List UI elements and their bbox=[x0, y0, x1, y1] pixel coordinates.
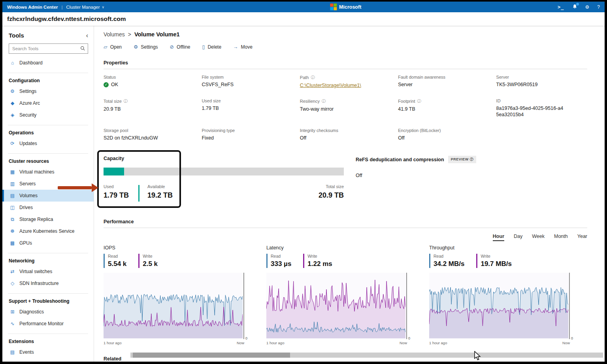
axis-end-label: Now bbox=[237, 341, 244, 345]
sidebar-item-label: Virtual switches bbox=[19, 269, 52, 274]
offline-icon: ⊘ bbox=[170, 44, 174, 50]
performance-divider bbox=[104, 228, 587, 228]
sidebar-heading-networking: Networking bbox=[2, 253, 94, 266]
chart-plot: 0 bbox=[266, 273, 407, 339]
sidebar-item-label: Diagnostics bbox=[19, 309, 44, 315]
remote-support-icon: ◎ bbox=[9, 361, 15, 362]
sdn-infrastructure-icon: ◇ bbox=[9, 281, 15, 286]
scrollbar-thumb[interactable] bbox=[133, 353, 290, 358]
legend-value: 1.22 ms bbox=[307, 260, 332, 268]
sidebar-item-security[interactable]: ◈Security bbox=[2, 109, 94, 121]
legend-label: Read bbox=[108, 254, 126, 258]
breadcrumb-volumes-link[interactable]: Volumes bbox=[104, 31, 125, 38]
property-label-text: Server bbox=[496, 75, 509, 79]
move-button[interactable]: →Move bbox=[233, 44, 253, 50]
sidebar-item-label: Updates bbox=[19, 141, 37, 146]
settings-button[interactable]: ⚙Settings bbox=[134, 44, 158, 50]
sidebar-item-dashboard[interactable]: ⌂Dashboard bbox=[2, 57, 94, 69]
chart-legend: Read34.2 MB/sWrite19.7 MB/s bbox=[429, 254, 570, 268]
capacity-bar-used-fill bbox=[104, 168, 124, 175]
property-encryption-bitlocker: Encryption (BitLocker)Off bbox=[398, 128, 489, 141]
legend-value: 333 µs bbox=[271, 260, 291, 268]
legend-read: Read34.2 MB/s bbox=[429, 254, 464, 268]
path-link[interactable]: C:\ClusterStorage\Volume1\ bbox=[300, 83, 391, 88]
capacity-used-label: Used bbox=[104, 184, 129, 189]
sidebar-item-azure-kubernetes-service[interactable]: ☸Azure Kubernetes Service bbox=[2, 225, 94, 237]
sidebar-item-events[interactable]: ▤Events bbox=[2, 346, 94, 358]
chart-title: Latency bbox=[266, 245, 407, 251]
sidebar-item-gpus[interactable]: ▩GPUs bbox=[2, 237, 94, 249]
info-icon[interactable]: ⓘ bbox=[311, 75, 315, 80]
sidebar-item-storage-replica[interactable]: ⧉Storage Replica bbox=[2, 213, 94, 225]
property-label: Encryption (BitLocker) bbox=[398, 128, 489, 133]
search-icon bbox=[80, 46, 85, 51]
horizontal-scrollbar[interactable] bbox=[130, 353, 603, 358]
sidebar-item-settings[interactable]: ⚙Settings bbox=[2, 85, 94, 97]
delete-button[interactable]: ▯Delete bbox=[202, 44, 222, 50]
sidebar-item-servers[interactable]: ▥Servers bbox=[2, 178, 94, 190]
sidebar-item-virtual-switches[interactable]: ⇄Virtual switches bbox=[2, 266, 94, 277]
app-title: Windows Admin Center bbox=[7, 5, 58, 9]
info-icon[interactable]: ⓘ bbox=[124, 98, 128, 104]
property-footprint: Footprintⓘ41.9 TB bbox=[398, 98, 489, 118]
info-icon[interactable]: ⓘ bbox=[417, 98, 421, 104]
legend-label: Read bbox=[271, 254, 291, 258]
preview-badge[interactable]: PREVIEW ⓘ bbox=[448, 156, 477, 163]
notification-badge bbox=[576, 3, 579, 6]
sidebar-item-updates[interactable]: ⟳Updates bbox=[2, 138, 94, 149]
chart-plot: 0 bbox=[104, 273, 244, 339]
open-button[interactable]: ▱Open bbox=[104, 44, 122, 50]
sidebar-item-performance-monitor[interactable]: ∿Performance Monitor bbox=[2, 318, 94, 330]
help-icon[interactable]: ? bbox=[597, 4, 600, 10]
capacity-title: Capacity bbox=[104, 156, 344, 161]
sidebar-item-virtual-machines[interactable]: ▦Virtual machines bbox=[2, 166, 94, 178]
sidebar-item-sdn-infrastructure[interactable]: ◇SDN Infrastructure bbox=[2, 277, 94, 289]
settings-gear-icon[interactable]: ⚙ bbox=[585, 4, 590, 10]
servers-icon: ▥ bbox=[9, 181, 15, 187]
property-value: S2D on fzhCXRLnduGW bbox=[104, 135, 194, 141]
property-label-text: Integrity checksums bbox=[300, 128, 338, 133]
sidebar-item-remote-support[interactable]: ◎Remote Support bbox=[2, 358, 94, 362]
solution-switcher[interactable]: Cluster Manager ∨ bbox=[66, 5, 105, 9]
sidebar-item-label: Storage Replica bbox=[19, 217, 53, 222]
tab-month[interactable]: Month bbox=[554, 234, 568, 241]
sidebar-item-label: GPUs bbox=[19, 240, 32, 246]
search-input[interactable] bbox=[9, 43, 88, 54]
powershell-console-icon[interactable]: >_ bbox=[558, 4, 564, 10]
sidebar-item-azure-arc[interactable]: ◆Azure Arc bbox=[2, 97, 94, 109]
legend-read: Read333 µs bbox=[266, 254, 291, 268]
capacity-divider bbox=[138, 185, 139, 202]
latency-chart: LatencyRead333 µsWrite1.22 ms01 hour ago… bbox=[266, 245, 407, 345]
tab-day[interactable]: Day bbox=[514, 234, 522, 241]
capacity-total-value: 20.9 TB bbox=[319, 191, 344, 200]
time-range-tabs: HourDayWeekMonthYear bbox=[104, 234, 587, 241]
tab-week[interactable]: Week bbox=[532, 234, 545, 241]
sidebar-item-diagnostics[interactable]: ⊞Diagnostics bbox=[2, 306, 94, 318]
property-label-text: Total size bbox=[104, 99, 122, 104]
sidebar-item-volumes[interactable]: ▤Volumes bbox=[2, 190, 94, 202]
sidebar-collapse-icon[interactable]: ‹ bbox=[86, 32, 88, 39]
chart-legend: Read333 µsWrite1.22 ms bbox=[266, 254, 407, 268]
property-value: Off bbox=[398, 135, 489, 141]
tab-year[interactable]: Year bbox=[577, 234, 587, 241]
info-icon[interactable]: ⓘ bbox=[322, 98, 326, 104]
notifications-bell-icon[interactable] bbox=[572, 4, 577, 10]
chart-plot: 0 bbox=[429, 273, 570, 339]
offline-button[interactable]: ⊘Offline bbox=[170, 44, 190, 50]
sidebar-item-label: Performance Monitor bbox=[19, 321, 64, 326]
capacity-available: Available 19.2 TB bbox=[147, 184, 173, 200]
axis-start-label: 1 hour ago bbox=[104, 341, 121, 345]
tab-hour[interactable]: Hour bbox=[493, 234, 504, 241]
sidebar-item-label: Volumes bbox=[19, 193, 38, 198]
legend-label: Read bbox=[434, 254, 464, 258]
sidebar-item-label: Azure Kubernetes Service bbox=[19, 228, 74, 234]
properties-grid: Status✓OKFile systemCSVFS_ReFSPathⓘC:\Cl… bbox=[104, 75, 587, 141]
sidebar-item-drives[interactable]: ◫Drives bbox=[2, 202, 94, 213]
property-storage-pool: Storage poolS2D on fzhCXRLnduGW bbox=[104, 128, 194, 141]
legend-label: Write bbox=[307, 254, 332, 258]
updates-icon: ⟳ bbox=[9, 141, 15, 146]
topbar-actions: >_ ⚙ ? bbox=[558, 4, 600, 10]
chevron-down-icon: ∨ bbox=[102, 5, 105, 9]
property-label: Integrity checksums bbox=[300, 128, 391, 133]
settings-icon: ⚙ bbox=[9, 89, 15, 94]
